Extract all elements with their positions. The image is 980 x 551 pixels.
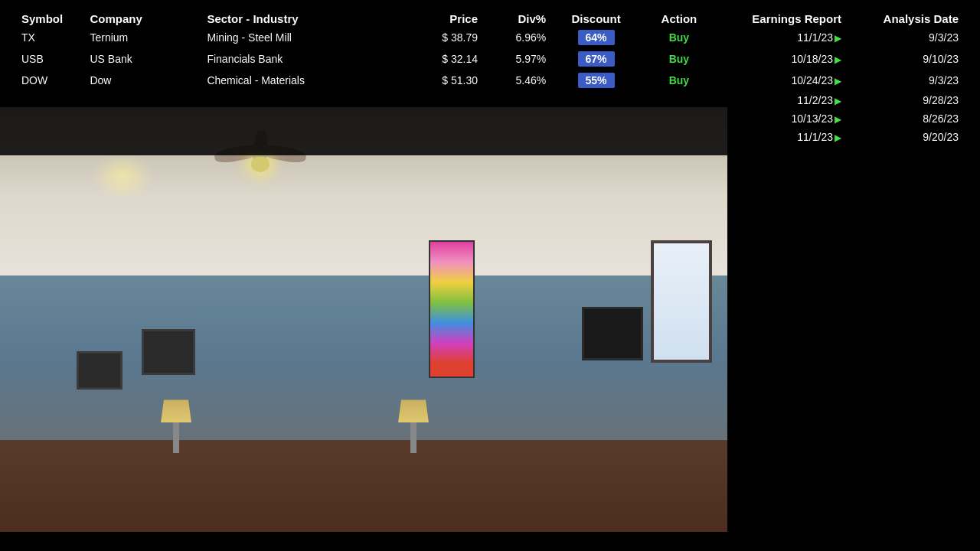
data-table-container: Symbol Company Sector - Industry Price D… <box>0 0 980 155</box>
webcam-area <box>0 107 727 551</box>
cell-earnings-extra: 11/2/23▶ <box>718 91 848 109</box>
cell-sector-empty <box>201 91 396 109</box>
cell-analysis: 9/10/23 <box>848 48 965 70</box>
cell-div-empty <box>484 91 552 109</box>
cell-price-empty <box>396 109 484 128</box>
header-company: Company <box>83 9 201 27</box>
table-row: TX Ternium Mining - Steel Mill $ 38.79 6… <box>15 27 965 48</box>
cell-earnings-extra: 10/13/23▶ <box>718 109 848 128</box>
cell-company: Dow <box>83 70 201 91</box>
header-analysis: Analysis Date <box>848 9 965 27</box>
cell-discount: 64% <box>552 27 640 48</box>
header-price: Price <box>396 9 484 27</box>
table-row: USB US Bank Financials Bank $ 32.14 5.97… <box>15 48 965 70</box>
cell-div-empty <box>484 109 552 128</box>
cell-earnings-extra: 11/1/23▶ <box>718 128 848 146</box>
cell-symbol: DOW <box>15 70 83 91</box>
art-piece <box>429 240 475 378</box>
cell-price: $ 38.79 <box>396 27 484 48</box>
cell-sector-empty <box>201 109 396 128</box>
header-symbol: Symbol <box>15 9 83 27</box>
table-row: DOW Dow Chemical - Materials $ 51.30 5.4… <box>15 70 965 91</box>
light-glow <box>92 153 153 199</box>
cell-company-empty <box>83 91 201 109</box>
cell-action-empty <box>640 109 718 128</box>
cell-company: Ternium <box>83 27 201 48</box>
cell-discount: 67% <box>552 48 640 70</box>
cell-action-empty <box>640 128 718 146</box>
cell-price-empty <box>396 128 484 146</box>
header-div: Div% <box>484 9 552 27</box>
header-earnings: Earnings Report <box>718 9 848 27</box>
wall-picture-1 <box>77 351 122 390</box>
table-row-extra: 11/2/23▶ 9/28/23 <box>15 91 965 109</box>
cell-sector-empty <box>201 128 396 146</box>
cell-discount-empty <box>552 128 640 146</box>
header-discount: Discount <box>552 9 640 27</box>
cell-earnings: 10/18/23▶ <box>718 48 848 70</box>
cell-action: Buy <box>640 70 718 91</box>
cell-symbol-empty <box>15 91 83 109</box>
cell-company: US Bank <box>83 48 201 70</box>
cell-symbol-empty <box>15 128 83 146</box>
wall-picture-2 <box>142 329 195 375</box>
header-action: Action <box>640 9 718 27</box>
cell-analysis-extra: 9/20/23 <box>848 128 965 146</box>
cell-sector: Chemical - Materials <box>201 70 396 91</box>
bottom-bar <box>0 532 980 551</box>
stock-table: Symbol Company Sector - Industry Price D… <box>15 9 965 146</box>
cell-earnings: 11/1/23▶ <box>718 27 848 48</box>
cell-analysis-extra: 9/28/23 <box>848 91 965 109</box>
lamp-left <box>161 399 191 453</box>
cell-price-empty <box>396 91 484 109</box>
cell-analysis: 9/3/23 <box>848 70 965 91</box>
cell-discount: 55% <box>552 70 640 91</box>
picture-frame-right <box>582 307 643 360</box>
cell-price: $ 32.14 <box>396 48 484 70</box>
cell-company-empty <box>83 128 201 146</box>
cell-symbol: USB <box>15 48 83 70</box>
table-row-extra: 11/1/23▶ 9/20/23 <box>15 128 965 146</box>
cell-earnings: 10/24/23▶ <box>718 70 848 91</box>
cell-analysis: 9/3/23 <box>848 27 965 48</box>
lamp-right <box>398 399 429 453</box>
cell-sector: Mining - Steel Mill <box>201 27 396 48</box>
cell-action: Buy <box>640 27 718 48</box>
table-row-extra: 10/13/23▶ 8/26/23 <box>15 109 965 128</box>
window <box>651 240 712 363</box>
cell-company-empty <box>83 109 201 128</box>
cell-sector: Financials Bank <box>201 48 396 70</box>
cell-symbol: TX <box>15 27 83 48</box>
cell-discount-empty <box>552 109 640 128</box>
cell-price: $ 51.30 <box>396 70 484 91</box>
cell-action-empty <box>640 91 718 109</box>
header-sector: Sector - Industry <box>201 9 396 27</box>
cell-div: 6.96% <box>484 27 552 48</box>
cell-div: 5.46% <box>484 70 552 91</box>
cell-action: Buy <box>640 48 718 70</box>
cell-discount-empty <box>552 91 640 109</box>
cell-symbol-empty <box>15 109 83 128</box>
cell-div: 5.97% <box>484 48 552 70</box>
cell-analysis-extra: 8/26/23 <box>848 109 965 128</box>
cell-div-empty <box>484 128 552 146</box>
